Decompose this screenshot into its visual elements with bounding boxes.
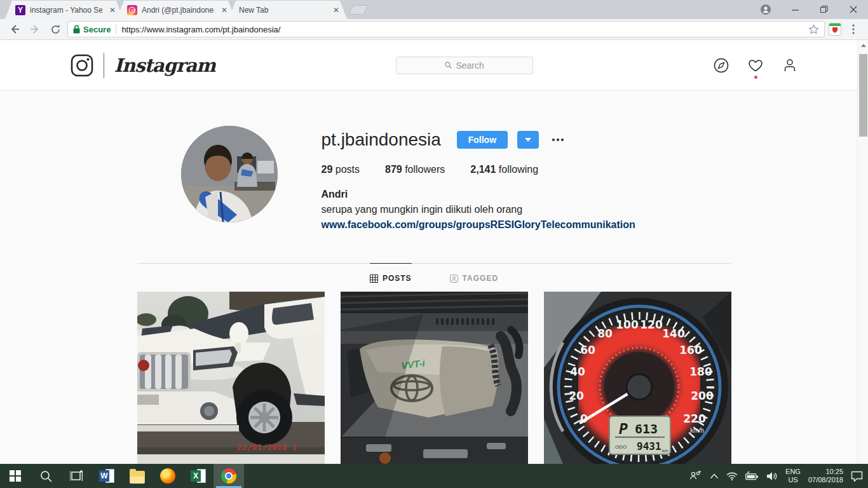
- tab-yahoo-search[interactable]: Y instagram - Yahoo Search ✕: [5, 1, 123, 19]
- tab-new-tab[interactable]: New Tab ✕: [229, 1, 347, 19]
- following-stat[interactable]: 2,141 following: [470, 164, 538, 175]
- address-bar[interactable]: Secure https://www.instagram.com/pt.jbai…: [67, 21, 825, 37]
- language-indicator[interactable]: ENG US: [785, 468, 801, 484]
- tab-posts-label: POSTS: [383, 274, 412, 283]
- secure-indicator[interactable]: Secure: [73, 25, 111, 34]
- start-button[interactable]: [0, 464, 31, 488]
- taskbar-firefox-button[interactable]: [153, 464, 183, 488]
- search-icon: [40, 470, 52, 482]
- explore-compass-icon[interactable]: [714, 58, 729, 73]
- website-link[interactable]: www.facebook.com/groups/groupsRESIGloryT…: [322, 219, 635, 230]
- tab-title: instagram - Yahoo Search: [30, 6, 102, 15]
- task-view-button[interactable]: [61, 464, 92, 488]
- taskbar-chrome-button[interactable]: [214, 464, 244, 488]
- url-text[interactable]: https://www.instagram.com/pt.jbaindonesi…: [121, 25, 803, 34]
- taskbar-clock[interactable]: 10:25 07/08/2018: [808, 468, 843, 484]
- firefox-icon: [160, 468, 175, 484]
- taskbar-excel-button[interactable]: X: [183, 464, 214, 488]
- odo-unit: km: [662, 449, 668, 453]
- lcd-display: P 613 ODO 9431 km: [609, 416, 670, 454]
- adblock-extension-icon[interactable]: [829, 23, 841, 36]
- photo-timestamp: 22/01/2018 1: [237, 442, 297, 452]
- tab-close-icon[interactable]: ✕: [219, 4, 230, 16]
- activity-heart-icon[interactable]: [748, 58, 763, 73]
- profile-person-icon[interactable]: [782, 58, 797, 73]
- tab-close-icon[interactable]: ✕: [107, 4, 118, 16]
- tagged-icon: [450, 274, 458, 283]
- svg-text:220: 220: [683, 412, 706, 425]
- tab-close-icon[interactable]: ✕: [330, 4, 342, 16]
- search-input[interactable]: Search: [396, 57, 533, 74]
- chrome-icon: [221, 468, 236, 484]
- posts-label: posts: [336, 164, 360, 175]
- svg-text:180: 180: [689, 365, 712, 378]
- page-scrollbar[interactable]: [857, 40, 868, 464]
- more-options-icon[interactable]: [552, 139, 564, 141]
- username: pt.jbaindonesia: [322, 130, 441, 150]
- instagram-wordmark[interactable]: Instagram: [114, 55, 215, 76]
- forward-button[interactable]: [27, 21, 43, 37]
- clock-time: 10:25: [808, 468, 843, 476]
- people-icon[interactable]: [689, 471, 702, 481]
- profile-stats: 29 posts 879 followers 2,141 following: [322, 164, 731, 175]
- follow-button[interactable]: Follow: [457, 131, 508, 149]
- tab-title: New Tab: [239, 6, 326, 15]
- omnibox-divider: [116, 24, 116, 34]
- system-tray: ENG US 10:25 07/08/2018: [689, 464, 868, 488]
- svg-text:80: 80: [597, 327, 613, 340]
- browser-menu-icon[interactable]: [845, 21, 862, 37]
- back-button[interactable]: [6, 21, 23, 37]
- reload-button[interactable]: [47, 21, 64, 37]
- action-center-icon[interactable]: [851, 471, 863, 482]
- taskbar-search-button[interactable]: [31, 464, 61, 488]
- hidden-icons-chevron-icon[interactable]: [710, 473, 719, 479]
- search-icon: [445, 62, 452, 69]
- followers-stat[interactable]: 879 followers: [385, 164, 445, 175]
- restore-button[interactable]: [810, 0, 839, 19]
- svg-text:20: 20: [569, 390, 584, 402]
- browser-toolbar: Secure https://www.instagram.com/pt.jbai…: [0, 19, 868, 40]
- new-tab-button[interactable]: [348, 5, 369, 15]
- browser-tab-strip: Y instagram - Yahoo Search ✕ Andri (@pt.…: [0, 0, 868, 19]
- avatar[interactable]: [181, 126, 278, 222]
- svg-text:120: 120: [640, 318, 663, 331]
- svg-text:40: 40: [570, 365, 585, 378]
- tab-posts[interactable]: POSTS: [370, 263, 412, 292]
- search-placeholder: Search: [456, 60, 484, 71]
- post-engine-bay[interactable]: VVT-i: [341, 292, 528, 464]
- close-window-button[interactable]: [839, 0, 868, 19]
- instagram-camera-logo-icon: [71, 54, 93, 77]
- clock-date: 07/08/2018: [808, 476, 843, 484]
- gauge-unit: km/h: [690, 427, 704, 434]
- browser-profile-icon[interactable]: [751, 0, 780, 19]
- instagram-brand[interactable]: Instagram: [71, 53, 215, 78]
- tab-tagged[interactable]: TAGGED: [450, 264, 498, 292]
- battery-icon[interactable]: [745, 471, 759, 480]
- scrollbar-thumb[interactable]: [859, 54, 867, 137]
- chevron-down-icon: [525, 138, 531, 142]
- brand-divider: [104, 53, 104, 78]
- instagram-nav: Instagram Search: [0, 40, 868, 91]
- post-speedometer[interactable]: 0 20 40 60 80 100 120 140 160 180 200 22…: [544, 292, 731, 464]
- volume-icon[interactable]: [766, 471, 778, 481]
- notification-dot: [754, 76, 757, 79]
- follow-dropdown-button[interactable]: [517, 131, 539, 149]
- svg-text:100: 100: [616, 318, 639, 331]
- wifi-icon[interactable]: [726, 471, 738, 480]
- svg-text:60: 60: [580, 344, 595, 356]
- tab-title: Andri (@pt.jbaindonesia): [142, 6, 214, 15]
- posts-grid: 22/01/2018 1: [137, 292, 731, 464]
- secure-label: Secure: [83, 25, 111, 34]
- scroll-up-icon[interactable]: [858, 40, 868, 50]
- trip-value: 613: [635, 421, 658, 437]
- taskbar-word-button[interactable]: W: [92, 464, 122, 488]
- tab-instagram-profile[interactable]: Andri (@pt.jbaindonesia) ✕: [117, 1, 235, 19]
- file-explorer-icon: [130, 471, 145, 484]
- post-white-suv[interactable]: 22/01/2018 1: [137, 292, 325, 464]
- taskbar-file-explorer-button[interactable]: [122, 464, 153, 488]
- minimize-button[interactable]: [780, 0, 810, 19]
- following-count: 2,141: [470, 164, 496, 175]
- bookmark-star-icon[interactable]: [808, 24, 819, 35]
- odo-label: ODO: [615, 444, 627, 450]
- windows-logo-icon: [10, 470, 21, 482]
